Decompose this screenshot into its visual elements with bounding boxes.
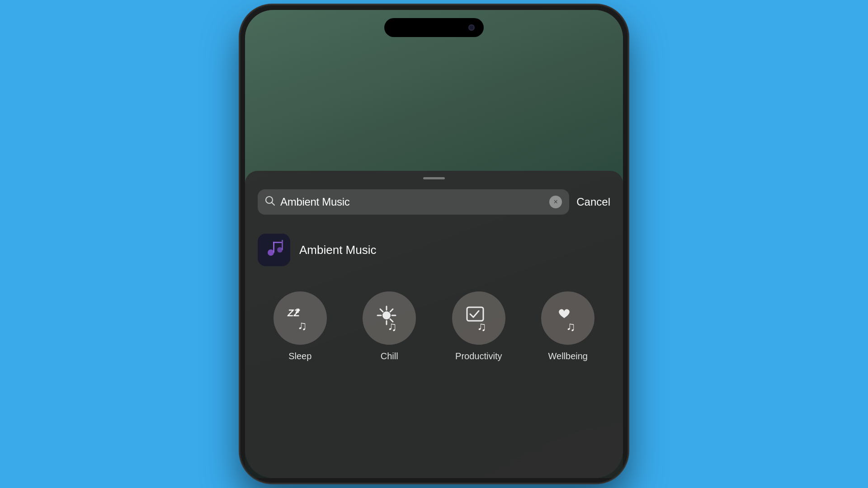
search-icon <box>265 196 275 208</box>
search-query-text: Ambient Music <box>280 196 544 208</box>
svg-text:♫: ♫ <box>297 319 307 333</box>
bottom-sheet: Ambient Music × Cancel <box>245 171 623 478</box>
category-circle-chill: ♫ <box>363 291 416 345</box>
app-result-row[interactable]: Ambient Music <box>258 229 610 279</box>
svg-rect-7 <box>273 242 282 243</box>
category-label-sleep: Sleep <box>288 351 311 361</box>
category-label-productivity: Productivity <box>455 351 502 361</box>
search-bar[interactable]: Ambient Music × <box>258 189 569 215</box>
clear-search-button[interactable]: × <box>549 196 562 208</box>
svg-text:z: z <box>295 306 300 314</box>
dynamic-island <box>384 18 484 37</box>
svg-text:♫: ♫ <box>566 319 576 333</box>
category-item-wellbeing[interactable]: ♫ Wellbeing <box>541 291 594 361</box>
svg-line-1 <box>272 203 275 206</box>
category-item-chill[interactable]: ♫ Chill <box>363 291 416 361</box>
category-label-wellbeing: Wellbeing <box>548 351 588 361</box>
svg-rect-20 <box>467 307 483 321</box>
search-row: Ambient Music × Cancel <box>258 189 610 215</box>
svg-point-11 <box>382 311 391 319</box>
category-circle-productivity: ♫ <box>452 291 505 345</box>
phone-screen: Ambient Music × Cancel <box>245 10 623 478</box>
category-item-sleep[interactable]: ZZ z ♫ Sleep <box>274 291 327 361</box>
app-icon <box>258 234 290 266</box>
cancel-button[interactable]: Cancel <box>576 196 610 208</box>
app-result-name: Ambient Music <box>299 243 377 257</box>
svg-line-16 <box>380 309 383 312</box>
sheet-handle <box>423 177 445 179</box>
svg-text:♫: ♫ <box>477 319 486 333</box>
category-label-chill: Chill <box>381 351 398 361</box>
svg-line-18 <box>390 309 393 312</box>
phone-frame: Ambient Music × Cancel <box>240 5 628 483</box>
category-item-productivity[interactable]: ♫ Productivity <box>452 291 505 361</box>
category-circle-wellbeing: ♫ <box>541 291 594 345</box>
camera-dot <box>468 24 475 31</box>
svg-rect-6 <box>282 240 283 250</box>
category-circle-sleep: ZZ z ♫ <box>274 291 327 345</box>
phone-wrapper: Ambient Music × Cancel <box>240 5 628 483</box>
svg-rect-5 <box>273 242 274 253</box>
svg-point-3 <box>268 249 274 256</box>
categories-grid: ZZ z ♫ Sleep <box>258 291 610 361</box>
svg-text:♫: ♫ <box>387 319 397 333</box>
